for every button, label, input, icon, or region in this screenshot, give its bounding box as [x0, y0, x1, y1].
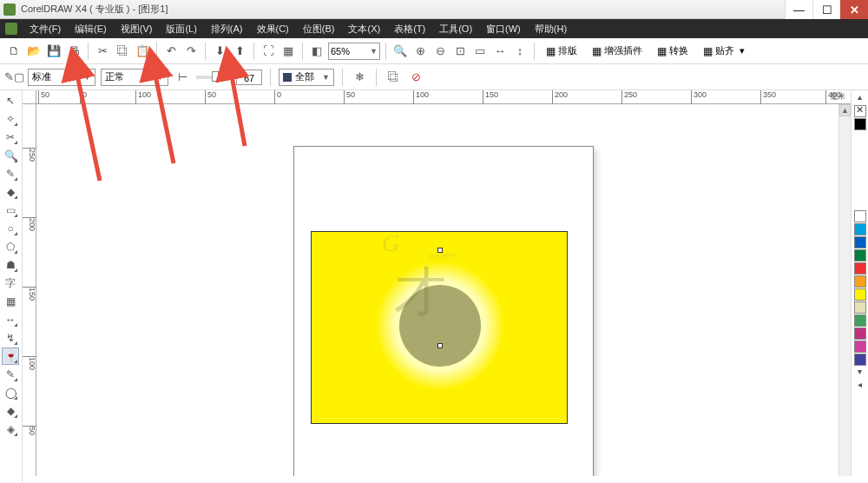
menu-bitmap[interactable]: 位图(B) — [298, 21, 340, 37]
minimize-button[interactable]: — — [785, 0, 812, 19]
palette-down-icon[interactable]: ▾ — [858, 367, 862, 379]
color-swatch[interactable] — [854, 236, 866, 248]
connector-tool[interactable]: ↯ — [2, 329, 19, 347]
color-swatch[interactable] — [854, 210, 866, 222]
menu-effects[interactable]: 效果(C) — [252, 21, 294, 37]
tieqi-button[interactable]: ▦贴齐▾ — [697, 43, 751, 60]
menu-arrange[interactable]: 排列(A) — [206, 21, 248, 37]
fill-tool[interactable]: ◆ — [2, 402, 19, 420]
color-swatch[interactable] — [854, 262, 866, 275]
import-button[interactable]: ⬇ — [211, 43, 228, 60]
ruler-tick: 150 — [23, 287, 36, 301]
ruler-origin[interactable] — [23, 90, 36, 104]
color-swatch[interactable] — [854, 249, 866, 261]
title-bar: CorelDRAW X4 ( 专业版 ) - [图形1] — ☐ ✕ — [0, 0, 868, 19]
zoom-fit-icon[interactable]: ⊡ — [451, 43, 469, 60]
menu-text[interactable]: 文本(X) — [343, 21, 385, 37]
property-toolbar: ✎▢ 标准▼ 正常▼ ⊢ 67 全部▼ ❄ ⿻ ⊘ — [0, 64, 868, 90]
export-button[interactable]: ⬆ — [231, 43, 248, 60]
transparency-handle-start[interactable] — [437, 248, 443, 253]
target-select[interactable]: 全部▼ — [279, 69, 334, 86]
no-color-swatch[interactable] — [854, 105, 866, 117]
vertical-ruler[interactable]: 25020015010050 — [23, 104, 36, 476]
eyedropper-tool[interactable]: ✎ — [2, 366, 19, 383]
ruler-tick: 0 — [274, 90, 281, 104]
scroll-up-icon[interactable]: ▲ — [839, 104, 851, 116]
mode-select[interactable]: 正常▼ — [101, 69, 168, 86]
clear-transparency-button[interactable]: ⊘ — [407, 69, 424, 86]
rectangle-tool[interactable]: ▭ — [2, 202, 19, 219]
zoom-tool-icon[interactable]: 🔍 — [391, 43, 409, 60]
outline-tool[interactable]: ◯ — [2, 384, 19, 401]
copy-props-button[interactable]: ⿻ — [385, 69, 402, 86]
edit-transparency-icon[interactable]: ✎▢ — [5, 69, 23, 86]
paste-button[interactable]: 📋 — [134, 43, 151, 60]
undo-button[interactable]: ↶ — [162, 43, 180, 60]
menu-file[interactable]: 文件(F) — [24, 21, 66, 37]
launch-button[interactable]: ▦ — [279, 43, 297, 60]
palette-up-icon[interactable]: ▴ — [858, 92, 862, 104]
menu-view[interactable]: 视图(V) — [115, 21, 158, 37]
crop-tool[interactable]: ✂ — [2, 129, 19, 146]
menu-tools[interactable]: 工具(O) — [434, 21, 477, 37]
window-title: CorelDRAW X4 ( 专业版 ) - [图形1] — [21, 3, 168, 16]
freehand-tool[interactable]: ✎ — [2, 165, 19, 182]
smart-fill-tool[interactable]: ◆ — [2, 183, 19, 201]
menu-layout[interactable]: 版面(L) — [161, 21, 201, 37]
dimension-tool[interactable]: ↔ — [2, 311, 19, 328]
palette-flyout-icon[interactable]: ◂ — [858, 380, 862, 392]
table-tool[interactable]: ▦ — [2, 293, 19, 310]
color-swatch[interactable] — [854, 118, 866, 130]
ellipse-tool[interactable]: ○ — [2, 220, 19, 237]
doc-icon — [5, 23, 17, 35]
close-button[interactable]: ✕ — [840, 0, 868, 19]
save-button[interactable]: 💾 — [45, 43, 62, 60]
polygon-tool[interactable]: ⬠ — [2, 238, 19, 255]
freeze-button[interactable]: ❄ — [351, 69, 368, 86]
transparency-handle-end[interactable] — [437, 343, 443, 348]
vertical-scrollbar[interactable]: ▲ — [838, 104, 851, 476]
paixin-button[interactable]: ▦排版 — [540, 43, 583, 60]
color-swatch[interactable] — [854, 288, 866, 301]
zoom-page-icon[interactable]: ▭ — [471, 43, 489, 60]
preset-select[interactable]: 标准▼ — [28, 69, 95, 86]
zengqiang-button[interactable]: ▦增强插件 — [586, 43, 648, 60]
cut-button[interactable]: ✂ — [94, 43, 111, 60]
basic-shapes-tool[interactable]: ☗ — [2, 256, 19, 274]
zoom-select[interactable]: 65%▼ — [328, 43, 380, 60]
canvas[interactable]: G system 才 — [36, 104, 851, 476]
zoom-height-icon[interactable]: ↕ — [511, 43, 529, 60]
zoom-in-icon[interactable]: ⊕ — [411, 43, 429, 60]
welcome-button[interactable]: ◧ — [308, 43, 326, 60]
maximize-button[interactable]: ☐ — [812, 0, 840, 19]
color-swatch[interactable] — [854, 341, 866, 353]
redo-button[interactable]: ↷ — [182, 43, 200, 60]
color-swatch[interactable] — [854, 223, 866, 235]
color-swatch[interactable] — [854, 301, 866, 314]
new-button[interactable]: 🗋 — [5, 43, 23, 60]
interactive-fill-tool[interactable]: ◈ — [2, 420, 19, 438]
zhuanhuan-button[interactable]: ▦转换 — [651, 43, 694, 60]
menu-window[interactable]: 窗口(W) — [481, 21, 526, 37]
zoom-tool[interactable]: 🔍 — [2, 147, 19, 164]
color-swatch[interactable] — [854, 275, 866, 288]
menu-edit[interactable]: 编辑(E) — [69, 21, 112, 37]
color-swatch[interactable] — [854, 328, 866, 340]
interactive-transparency-tool[interactable]: 🍷 — [2, 347, 19, 365]
open-button[interactable]: 📂 — [25, 43, 43, 60]
opacity-value[interactable]: 67 — [236, 69, 262, 85]
zoom-width-icon[interactable]: ↔ — [491, 43, 509, 60]
pick-tool[interactable]: ↖ — [2, 92, 19, 109]
zoom-out-icon[interactable]: ⊖ — [431, 43, 449, 60]
print-button[interactable]: 🖶 — [65, 43, 82, 60]
color-swatch[interactable] — [854, 354, 866, 366]
menu-table[interactable]: 表格(T) — [389, 21, 431, 37]
horizontal-ruler[interactable]: 毫米 50010050050100150200250300350400 — [23, 90, 851, 104]
opacity-slider[interactable] — [196, 76, 231, 79]
color-swatch[interactable] — [854, 314, 866, 327]
menu-help[interactable]: 帮助(H) — [529, 21, 572, 37]
fullscreen-button[interactable]: ⛶ — [260, 43, 277, 60]
copy-button[interactable]: ⿻ — [114, 43, 131, 60]
text-tool[interactable]: 字 — [2, 275, 19, 292]
shape-tool[interactable]: ✧ — [2, 110, 19, 128]
